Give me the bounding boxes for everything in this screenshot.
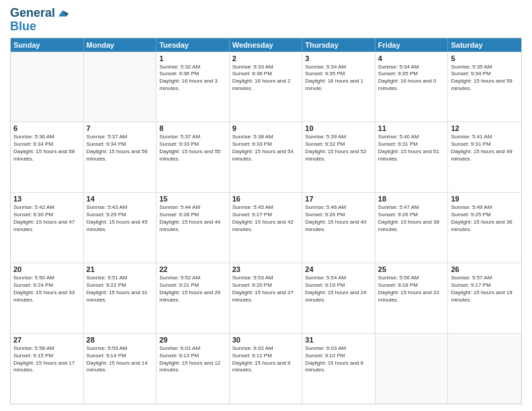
day-info: Sunrise: 5:44 AMSunset: 9:28 PMDaylight:…	[159, 204, 226, 233]
day-info: Sunrise: 5:41 AMSunset: 9:31 PMDaylight:…	[451, 134, 519, 163]
calendar-cell: 1Sunrise: 5:32 AMSunset: 9:36 PMDaylight…	[157, 52, 230, 122]
day-info: Sunrise: 5:50 AMSunset: 9:24 PMDaylight:…	[13, 275, 81, 304]
calendar-cell: 6Sunrise: 5:36 AMSunset: 9:34 PMDaylight…	[11, 122, 84, 192]
day-number: 2	[232, 54, 300, 62]
day-header-monday: Monday	[84, 38, 157, 52]
calendar-cell: 12Sunrise: 5:41 AMSunset: 9:31 PMDayligh…	[448, 122, 521, 192]
day-header-saturday: Saturday	[448, 38, 521, 52]
day-header-friday: Friday	[375, 38, 449, 52]
logo-text-blue: Blue	[10, 20, 69, 34]
day-number: 15	[159, 195, 226, 203]
day-info: Sunrise: 5:58 AMSunset: 9:15 PMDaylight:…	[13, 345, 81, 374]
calendar-cell: 30Sunrise: 6:02 AMSunset: 9:11 PMDayligh…	[230, 334, 303, 404]
day-number: 26	[451, 265, 519, 273]
calendar-cell: 5Sunrise: 5:35 AMSunset: 9:34 PMDaylight…	[448, 52, 521, 122]
day-info: Sunrise: 5:36 AMSunset: 9:34 PMDaylight:…	[13, 134, 81, 163]
day-number: 10	[305, 124, 372, 132]
day-info: Sunrise: 6:01 AMSunset: 9:13 PMDaylight:…	[159, 345, 226, 374]
day-number: 7	[87, 124, 154, 132]
calendar-cell: 17Sunrise: 5:46 AMSunset: 9:26 PMDayligh…	[302, 193, 375, 263]
day-info: Sunrise: 6:03 AMSunset: 9:10 PMDaylight:…	[305, 345, 372, 374]
day-number: 23	[232, 265, 300, 273]
day-info: Sunrise: 5:33 AMSunset: 9:36 PMDaylight:…	[232, 64, 300, 93]
day-number: 13	[13, 195, 81, 203]
header: General Blue	[10, 7, 522, 34]
calendar-cell	[11, 52, 84, 122]
day-info: Sunrise: 5:46 AMSunset: 9:26 PMDaylight:…	[305, 204, 372, 233]
calendar-cell: 21Sunrise: 5:51 AMSunset: 9:22 PMDayligh…	[84, 263, 157, 333]
calendar-row-2: 6Sunrise: 5:36 AMSunset: 9:34 PMDaylight…	[11, 122, 521, 192]
logo: General Blue	[10, 7, 69, 34]
logo-icon	[56, 7, 69, 19]
day-info: Sunrise: 5:37 AMSunset: 9:33 PMDaylight:…	[159, 134, 226, 163]
day-number: 6	[13, 124, 81, 132]
day-info: Sunrise: 5:45 AMSunset: 9:27 PMDaylight:…	[232, 204, 300, 233]
calendar-header: SundayMondayTuesdayWednesdayThursdayFrid…	[11, 38, 521, 52]
logo-text: General	[10, 7, 55, 20]
day-info: Sunrise: 5:54 AMSunset: 9:19 PMDaylight:…	[305, 275, 372, 304]
calendar-cell: 24Sunrise: 5:54 AMSunset: 9:19 PMDayligh…	[302, 263, 375, 333]
day-info: Sunrise: 5:39 AMSunset: 9:32 PMDaylight:…	[305, 134, 372, 163]
day-info: Sunrise: 5:40 AMSunset: 9:31 PMDaylight:…	[378, 134, 445, 163]
day-info: Sunrise: 5:34 AMSunset: 9:35 PMDaylight:…	[378, 64, 445, 93]
day-number: 20	[13, 265, 81, 273]
calendar-cell: 2Sunrise: 5:33 AMSunset: 9:36 PMDaylight…	[230, 52, 303, 122]
day-number: 9	[232, 124, 300, 132]
day-number: 1	[159, 54, 226, 62]
calendar-cell: 18Sunrise: 5:47 AMSunset: 9:26 PMDayligh…	[375, 193, 449, 263]
calendar: SundayMondayTuesdayWednesdayThursdayFrid…	[10, 38, 522, 404]
day-info: Sunrise: 5:57 AMSunset: 9:17 PMDaylight:…	[451, 275, 519, 304]
day-header-sunday: Sunday	[11, 38, 84, 52]
day-info: Sunrise: 5:32 AMSunset: 9:36 PMDaylight:…	[159, 64, 226, 93]
calendar-cell: 28Sunrise: 5:59 AMSunset: 9:14 PMDayligh…	[84, 334, 157, 404]
page: General Blue SundayMondayTuesdayWednesda…	[0, 0, 532, 411]
calendar-cell: 10Sunrise: 5:39 AMSunset: 9:32 PMDayligh…	[302, 122, 375, 192]
day-number: 16	[232, 195, 300, 203]
day-info: Sunrise: 5:51 AMSunset: 9:22 PMDaylight:…	[87, 275, 154, 304]
calendar-row-5: 27Sunrise: 5:58 AMSunset: 9:15 PMDayligh…	[11, 333, 521, 404]
day-header-tuesday: Tuesday	[157, 38, 230, 52]
calendar-cell: 22Sunrise: 5:52 AMSunset: 9:21 PMDayligh…	[157, 263, 230, 333]
day-number: 8	[159, 124, 226, 132]
calendar-cell: 29Sunrise: 6:01 AMSunset: 9:13 PMDayligh…	[157, 334, 230, 404]
calendar-row-1: 1Sunrise: 5:32 AMSunset: 9:36 PMDaylight…	[11, 52, 521, 122]
day-info: Sunrise: 5:34 AMSunset: 9:35 PMDaylight:…	[305, 64, 372, 93]
calendar-cell: 4Sunrise: 5:34 AMSunset: 9:35 PMDaylight…	[375, 52, 449, 122]
calendar-cell: 8Sunrise: 5:37 AMSunset: 9:33 PMDaylight…	[157, 122, 230, 192]
calendar-cell: 3Sunrise: 5:34 AMSunset: 9:35 PMDaylight…	[302, 52, 375, 122]
day-info: Sunrise: 5:42 AMSunset: 9:30 PMDaylight:…	[13, 204, 81, 233]
day-header-wednesday: Wednesday	[230, 38, 303, 52]
day-number: 19	[451, 195, 519, 203]
calendar-cell: 26Sunrise: 5:57 AMSunset: 9:17 PMDayligh…	[448, 263, 521, 333]
day-number: 12	[451, 124, 519, 132]
day-info: Sunrise: 5:43 AMSunset: 9:29 PMDaylight:…	[87, 204, 154, 233]
calendar-cell: 15Sunrise: 5:44 AMSunset: 9:28 PMDayligh…	[157, 193, 230, 263]
day-info: Sunrise: 5:52 AMSunset: 9:21 PMDaylight:…	[159, 275, 226, 304]
day-info: Sunrise: 5:37 AMSunset: 9:34 PMDaylight:…	[87, 134, 154, 163]
calendar-cell: 9Sunrise: 5:38 AMSunset: 9:33 PMDaylight…	[230, 122, 303, 192]
calendar-cell: 16Sunrise: 5:45 AMSunset: 9:27 PMDayligh…	[230, 193, 303, 263]
day-number: 24	[305, 265, 372, 273]
day-number: 18	[378, 195, 445, 203]
day-info: Sunrise: 5:53 AMSunset: 9:20 PMDaylight:…	[232, 275, 300, 304]
day-number: 28	[87, 336, 154, 344]
day-number: 27	[13, 336, 81, 344]
calendar-cell: 25Sunrise: 5:56 AMSunset: 9:18 PMDayligh…	[375, 263, 449, 333]
day-info: Sunrise: 5:59 AMSunset: 9:14 PMDaylight:…	[87, 345, 154, 374]
calendar-cell: 19Sunrise: 5:49 AMSunset: 9:25 PMDayligh…	[448, 193, 521, 263]
calendar-cell: 11Sunrise: 5:40 AMSunset: 9:31 PMDayligh…	[375, 122, 449, 192]
day-number: 17	[305, 195, 372, 203]
calendar-cell: 27Sunrise: 5:58 AMSunset: 9:15 PMDayligh…	[11, 334, 84, 404]
day-info: Sunrise: 5:47 AMSunset: 9:26 PMDaylight:…	[378, 204, 445, 233]
day-number: 21	[87, 265, 154, 273]
day-number: 31	[305, 336, 372, 344]
calendar-cell	[84, 52, 157, 122]
day-number: 4	[378, 54, 445, 62]
calendar-body: 1Sunrise: 5:32 AMSunset: 9:36 PMDaylight…	[11, 52, 521, 404]
day-number: 22	[159, 265, 226, 273]
day-number: 30	[232, 336, 300, 344]
day-info: Sunrise: 5:49 AMSunset: 9:25 PMDaylight:…	[451, 204, 519, 233]
calendar-cell: 23Sunrise: 5:53 AMSunset: 9:20 PMDayligh…	[230, 263, 303, 333]
day-info: Sunrise: 5:38 AMSunset: 9:33 PMDaylight:…	[232, 134, 300, 163]
day-header-thursday: Thursday	[302, 38, 375, 52]
